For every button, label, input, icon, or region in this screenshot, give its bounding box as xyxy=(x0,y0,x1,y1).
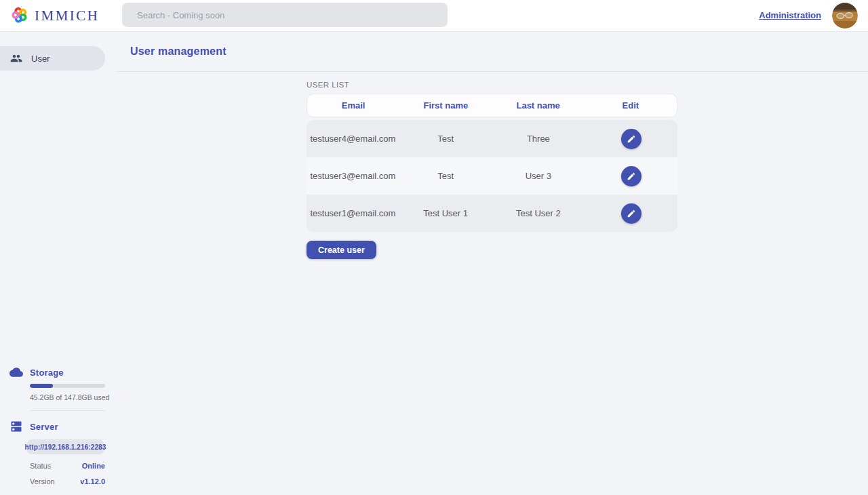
column-header: Last name xyxy=(492,100,585,111)
server-status-row: Status Online xyxy=(30,462,105,470)
brand[interactable]: IMMICH xyxy=(11,6,100,24)
sidebar-footer: Storage 45.2GB of 147.8GB used Server ht… xyxy=(0,365,116,486)
app-title: IMMICH xyxy=(35,7,100,23)
server-icon xyxy=(9,420,23,433)
user-email: testuser4@email.com xyxy=(307,134,399,144)
storage-usage-text: 45.2GB of 147.8GB used xyxy=(30,393,116,401)
column-header: First name xyxy=(399,100,492,111)
status-label: Status xyxy=(30,462,51,470)
main-content: User management USER LIST EmailFirst nam… xyxy=(116,32,868,495)
administration-link[interactable]: Administration xyxy=(759,10,821,20)
table-row: testuser1@email.comTest User 1Test User … xyxy=(307,195,677,232)
edit-user-button[interactable] xyxy=(621,166,642,186)
edit-user-button[interactable] xyxy=(621,129,642,149)
edit-user-button[interactable] xyxy=(621,203,642,224)
user-last-name: Three xyxy=(492,134,585,144)
server-section: Server xyxy=(0,420,116,433)
version-value: v1.12.0 xyxy=(80,477,105,486)
sidebar-divider xyxy=(30,410,105,411)
storage-progress-bar xyxy=(30,384,105,388)
server-url-badge: http://192.168.1.216:2283 xyxy=(27,439,104,454)
table-row: testuser3@email.comTestUser 3 xyxy=(307,157,677,195)
column-header: Edit xyxy=(585,100,677,111)
column-header: Email xyxy=(307,100,399,111)
edit-cell xyxy=(585,166,677,186)
app-header: IMMICH Administration xyxy=(0,0,868,32)
user-email: testuser3@email.com xyxy=(307,171,399,181)
create-user-button[interactable]: Create user xyxy=(307,241,376,259)
pencil-icon xyxy=(627,134,636,144)
avatar-photo xyxy=(832,3,858,28)
pencil-icon xyxy=(627,172,636,181)
user-first-name: Test User 1 xyxy=(399,208,492,218)
server-title: Server xyxy=(30,422,58,432)
storage-title: Storage xyxy=(30,368,64,378)
user-email: testuser1@email.com xyxy=(307,208,399,218)
user-last-name: Test User 2 xyxy=(492,208,585,218)
sidebar: User Storage 45.2GB of 147.8GB used Serv… xyxy=(0,32,116,495)
user-list-section: USER LIST EmailFirst nameLast nameEdit t… xyxy=(307,81,677,259)
immich-admin-app: IMMICH Administration xyxy=(0,0,868,495)
cloud-icon xyxy=(9,365,23,379)
status-value: Online xyxy=(82,462,105,470)
avatar[interactable] xyxy=(832,3,858,28)
table-row: testuser4@email.comTestThree xyxy=(307,120,677,157)
storage-section: Storage xyxy=(0,365,116,379)
user-list-label: USER LIST xyxy=(307,81,677,89)
user-table: testuser4@email.comTestThreetestuser3@em… xyxy=(307,120,677,232)
immich-logo-icon xyxy=(11,6,28,24)
server-version-row: Version v1.12.0 xyxy=(30,477,105,486)
pencil-icon xyxy=(627,209,636,218)
search-input[interactable] xyxy=(122,3,448,27)
users-icon xyxy=(10,52,22,64)
table-header: EmailFirst nameLast nameEdit xyxy=(307,94,677,117)
page-title: User management xyxy=(130,45,226,58)
sidebar-item-user[interactable]: User xyxy=(0,46,105,71)
user-first-name: Test xyxy=(399,134,492,144)
page-title-bar: User management xyxy=(116,32,868,72)
storage-progress-fill xyxy=(30,384,53,388)
user-first-name: Test xyxy=(399,171,492,181)
edit-cell xyxy=(585,129,677,149)
sidebar-item-label: User xyxy=(31,54,50,64)
user-last-name: User 3 xyxy=(492,171,585,181)
version-label: Version xyxy=(30,477,55,486)
edit-cell xyxy=(585,203,677,224)
